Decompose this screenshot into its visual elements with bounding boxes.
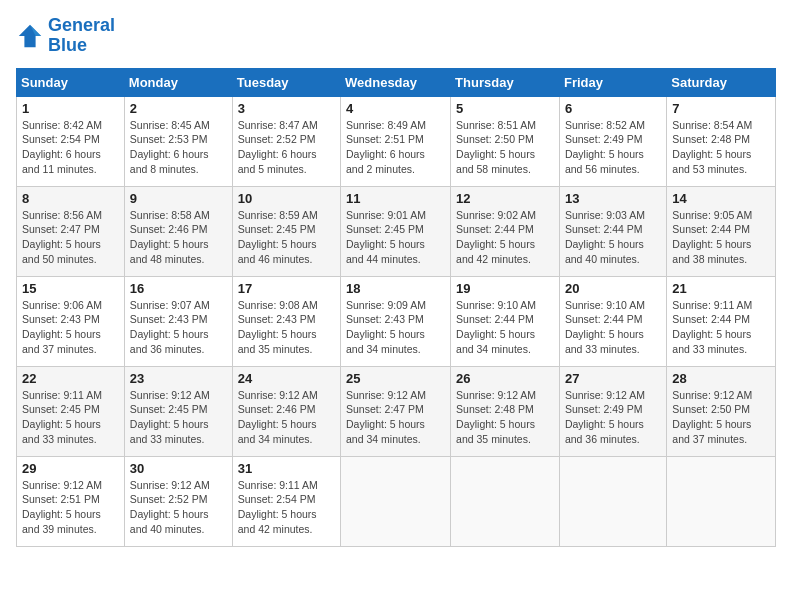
calendar-cell: 25 Sunrise: 9:12 AM Sunset: 2:47 PM Dayl… <box>341 366 451 456</box>
day-info: Sunrise: 9:02 AM Sunset: 2:44 PM Dayligh… <box>456 208 554 267</box>
day-number: 15 <box>22 281 119 296</box>
week-row-4: 22 Sunrise: 9:11 AM Sunset: 2:45 PM Dayl… <box>17 366 776 456</box>
calendar-cell: 26 Sunrise: 9:12 AM Sunset: 2:48 PM Dayl… <box>451 366 560 456</box>
weekday-sunday: Sunday <box>17 68 125 96</box>
weekday-friday: Friday <box>559 68 666 96</box>
day-number: 4 <box>346 101 445 116</box>
calendar-cell: 31 Sunrise: 9:11 AM Sunset: 2:54 PM Dayl… <box>232 456 340 546</box>
calendar-cell: 17 Sunrise: 9:08 AM Sunset: 2:43 PM Dayl… <box>232 276 340 366</box>
day-info: Sunrise: 9:12 AM Sunset: 2:49 PM Dayligh… <box>565 388 661 447</box>
calendar-cell: 24 Sunrise: 9:12 AM Sunset: 2:46 PM Dayl… <box>232 366 340 456</box>
calendar-cell <box>451 456 560 546</box>
day-number: 18 <box>346 281 445 296</box>
day-number: 13 <box>565 191 661 206</box>
weekday-monday: Monday <box>124 68 232 96</box>
calendar-table: SundayMondayTuesdayWednesdayThursdayFrid… <box>16 68 776 547</box>
calendar-cell: 27 Sunrise: 9:12 AM Sunset: 2:49 PM Dayl… <box>559 366 666 456</box>
day-info: Sunrise: 9:12 AM Sunset: 2:48 PM Dayligh… <box>456 388 554 447</box>
logo-icon <box>16 22 44 50</box>
day-info: Sunrise: 9:01 AM Sunset: 2:45 PM Dayligh… <box>346 208 445 267</box>
day-info: Sunrise: 9:12 AM Sunset: 2:50 PM Dayligh… <box>672 388 770 447</box>
weekday-header-row: SundayMondayTuesdayWednesdayThursdayFrid… <box>17 68 776 96</box>
day-info: Sunrise: 9:03 AM Sunset: 2:44 PM Dayligh… <box>565 208 661 267</box>
day-number: 7 <box>672 101 770 116</box>
day-number: 26 <box>456 371 554 386</box>
calendar-cell: 6 Sunrise: 8:52 AM Sunset: 2:49 PM Dayli… <box>559 96 666 186</box>
calendar-cell: 12 Sunrise: 9:02 AM Sunset: 2:44 PM Dayl… <box>451 186 560 276</box>
week-row-2: 8 Sunrise: 8:56 AM Sunset: 2:47 PM Dayli… <box>17 186 776 276</box>
day-info: Sunrise: 9:09 AM Sunset: 2:43 PM Dayligh… <box>346 298 445 357</box>
logo: General Blue <box>16 16 115 56</box>
day-number: 9 <box>130 191 227 206</box>
day-number: 16 <box>130 281 227 296</box>
calendar-cell: 8 Sunrise: 8:56 AM Sunset: 2:47 PM Dayli… <box>17 186 125 276</box>
day-info: Sunrise: 8:59 AM Sunset: 2:45 PM Dayligh… <box>238 208 335 267</box>
week-row-3: 15 Sunrise: 9:06 AM Sunset: 2:43 PM Dayl… <box>17 276 776 366</box>
calendar-cell: 21 Sunrise: 9:11 AM Sunset: 2:44 PM Dayl… <box>667 276 776 366</box>
calendar-cell: 16 Sunrise: 9:07 AM Sunset: 2:43 PM Dayl… <box>124 276 232 366</box>
day-number: 22 <box>22 371 119 386</box>
day-info: Sunrise: 8:47 AM Sunset: 2:52 PM Dayligh… <box>238 118 335 177</box>
day-info: Sunrise: 9:10 AM Sunset: 2:44 PM Dayligh… <box>565 298 661 357</box>
day-info: Sunrise: 9:12 AM Sunset: 2:47 PM Dayligh… <box>346 388 445 447</box>
day-info: Sunrise: 8:42 AM Sunset: 2:54 PM Dayligh… <box>22 118 119 177</box>
week-row-5: 29 Sunrise: 9:12 AM Sunset: 2:51 PM Dayl… <box>17 456 776 546</box>
day-info: Sunrise: 9:12 AM Sunset: 2:45 PM Dayligh… <box>130 388 227 447</box>
day-number: 10 <box>238 191 335 206</box>
day-number: 28 <box>672 371 770 386</box>
day-info: Sunrise: 9:11 AM Sunset: 2:54 PM Dayligh… <box>238 478 335 537</box>
calendar-cell: 7 Sunrise: 8:54 AM Sunset: 2:48 PM Dayli… <box>667 96 776 186</box>
day-number: 23 <box>130 371 227 386</box>
calendar-cell: 18 Sunrise: 9:09 AM Sunset: 2:43 PM Dayl… <box>341 276 451 366</box>
calendar-cell: 20 Sunrise: 9:10 AM Sunset: 2:44 PM Dayl… <box>559 276 666 366</box>
day-number: 29 <box>22 461 119 476</box>
calendar-cell: 22 Sunrise: 9:11 AM Sunset: 2:45 PM Dayl… <box>17 366 125 456</box>
day-info: Sunrise: 9:10 AM Sunset: 2:44 PM Dayligh… <box>456 298 554 357</box>
calendar-cell: 11 Sunrise: 9:01 AM Sunset: 2:45 PM Dayl… <box>341 186 451 276</box>
weekday-tuesday: Tuesday <box>232 68 340 96</box>
day-info: Sunrise: 8:58 AM Sunset: 2:46 PM Dayligh… <box>130 208 227 267</box>
day-number: 24 <box>238 371 335 386</box>
calendar-cell: 3 Sunrise: 8:47 AM Sunset: 2:52 PM Dayli… <box>232 96 340 186</box>
day-number: 14 <box>672 191 770 206</box>
calendar-cell: 14 Sunrise: 9:05 AM Sunset: 2:44 PM Dayl… <box>667 186 776 276</box>
day-info: Sunrise: 8:49 AM Sunset: 2:51 PM Dayligh… <box>346 118 445 177</box>
day-number: 19 <box>456 281 554 296</box>
day-number: 27 <box>565 371 661 386</box>
day-number: 5 <box>456 101 554 116</box>
calendar-cell: 28 Sunrise: 9:12 AM Sunset: 2:50 PM Dayl… <box>667 366 776 456</box>
calendar-cell <box>559 456 666 546</box>
day-number: 30 <box>130 461 227 476</box>
day-number: 20 <box>565 281 661 296</box>
day-number: 31 <box>238 461 335 476</box>
calendar-cell <box>341 456 451 546</box>
calendar-cell: 30 Sunrise: 9:12 AM Sunset: 2:52 PM Dayl… <box>124 456 232 546</box>
day-number: 11 <box>346 191 445 206</box>
page-header: General Blue <box>16 16 776 56</box>
day-info: Sunrise: 9:11 AM Sunset: 2:44 PM Dayligh… <box>672 298 770 357</box>
calendar-cell: 29 Sunrise: 9:12 AM Sunset: 2:51 PM Dayl… <box>17 456 125 546</box>
calendar-cell: 1 Sunrise: 8:42 AM Sunset: 2:54 PM Dayli… <box>17 96 125 186</box>
day-info: Sunrise: 8:56 AM Sunset: 2:47 PM Dayligh… <box>22 208 119 267</box>
day-number: 2 <box>130 101 227 116</box>
day-info: Sunrise: 8:54 AM Sunset: 2:48 PM Dayligh… <box>672 118 770 177</box>
logo-text: General Blue <box>48 16 115 56</box>
day-info: Sunrise: 9:06 AM Sunset: 2:43 PM Dayligh… <box>22 298 119 357</box>
calendar-cell: 23 Sunrise: 9:12 AM Sunset: 2:45 PM Dayl… <box>124 366 232 456</box>
day-info: Sunrise: 9:07 AM Sunset: 2:43 PM Dayligh… <box>130 298 227 357</box>
calendar-cell: 19 Sunrise: 9:10 AM Sunset: 2:44 PM Dayl… <box>451 276 560 366</box>
calendar-cell: 5 Sunrise: 8:51 AM Sunset: 2:50 PM Dayli… <box>451 96 560 186</box>
week-row-1: 1 Sunrise: 8:42 AM Sunset: 2:54 PM Dayli… <box>17 96 776 186</box>
calendar-cell: 4 Sunrise: 8:49 AM Sunset: 2:51 PM Dayli… <box>341 96 451 186</box>
day-number: 25 <box>346 371 445 386</box>
calendar-cell: 10 Sunrise: 8:59 AM Sunset: 2:45 PM Dayl… <box>232 186 340 276</box>
day-info: Sunrise: 8:52 AM Sunset: 2:49 PM Dayligh… <box>565 118 661 177</box>
day-info: Sunrise: 9:05 AM Sunset: 2:44 PM Dayligh… <box>672 208 770 267</box>
calendar-cell <box>667 456 776 546</box>
day-number: 6 <box>565 101 661 116</box>
calendar-cell: 13 Sunrise: 9:03 AM Sunset: 2:44 PM Dayl… <box>559 186 666 276</box>
day-number: 12 <box>456 191 554 206</box>
day-number: 17 <box>238 281 335 296</box>
calendar-cell: 9 Sunrise: 8:58 AM Sunset: 2:46 PM Dayli… <box>124 186 232 276</box>
day-number: 8 <box>22 191 119 206</box>
